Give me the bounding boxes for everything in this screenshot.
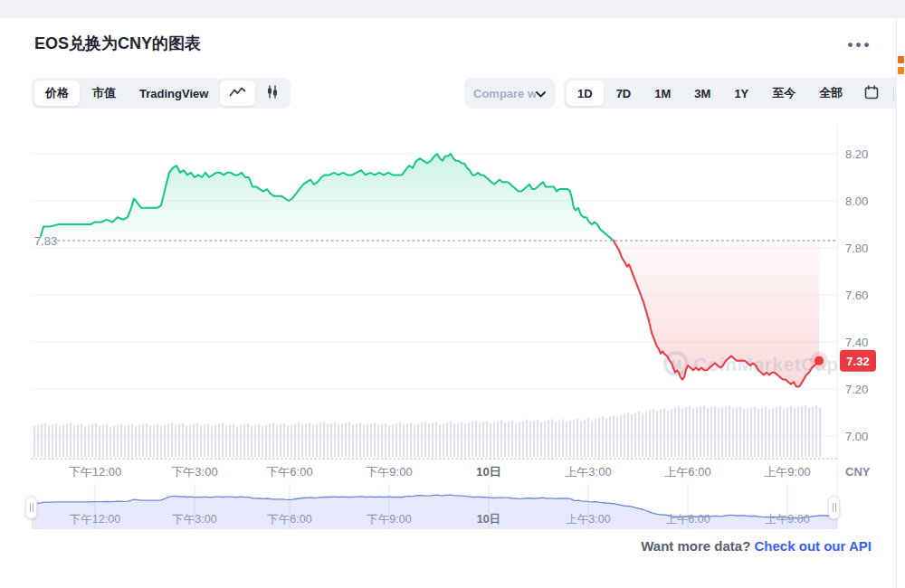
svg-text:7.20: 7.20 — [845, 383, 868, 396]
svg-text:下午12:00: 下午12:00 — [69, 465, 122, 479]
svg-text:上午9:00: 上午9:00 — [765, 513, 809, 526]
svg-text:8.20: 8.20 — [845, 147, 868, 161]
svg-text:上午6:00: 上午6:00 — [665, 513, 710, 526]
svg-text:上午6:00: 上午6:00 — [664, 465, 710, 479]
cutoff-wallet-icon — [898, 56, 904, 63]
svg-text:10日: 10日 — [476, 465, 500, 479]
svg-text:下午6:00: 下午6:00 — [266, 465, 312, 479]
api-link[interactable]: Check out our API — [755, 538, 872, 554]
cutoff-wallet-icon — [898, 67, 904, 74]
svg-text:下午9:00: 下午9:00 — [366, 465, 412, 479]
last-price-badge: 7.32 — [810, 350, 876, 372]
navigator-left-handle[interactable] — [25, 496, 37, 519]
svg-text:7.60: 7.60 — [845, 289, 868, 302]
area-fills — [41, 154, 819, 386]
svg-text:8.00: 8.00 — [845, 194, 868, 208]
price-chart[interactable]: MCoinMarketCap 7.83 8.208.007.807.607.40… — [0, 0, 905, 588]
svg-text:7.80: 7.80 — [845, 242, 868, 255]
chart-page: EOS兑换为CNY的图表 ••• 价格 市值 TradingView C — [0, 0, 905, 588]
svg-text:下午9:00: 下午9:00 — [367, 513, 411, 526]
svg-text:10日: 10日 — [477, 513, 500, 526]
svg-text:下午3:00: 下午3:00 — [172, 513, 216, 526]
api-promo-text: Want more data? — [641, 538, 750, 554]
adjacent-panel-sliver — [896, 18, 905, 588]
navigator-right-handle[interactable] — [828, 496, 840, 519]
svg-text:下午6:00: 下午6:00 — [267, 513, 311, 526]
svg-text:上午9:00: 上午9:00 — [764, 465, 810, 479]
svg-text:CNY: CNY — [845, 465, 871, 479]
svg-text:7.40: 7.40 — [845, 336, 868, 349]
svg-text:上午3:00: 上午3:00 — [566, 513, 610, 526]
svg-text:7.32: 7.32 — [846, 355, 869, 368]
svg-text:7.83: 7.83 — [34, 234, 57, 248]
handle-grip-icon — [833, 503, 836, 512]
svg-text:下午12:00: 下午12:00 — [70, 513, 120, 526]
handle-grip-icon — [30, 503, 33, 512]
svg-text:下午3:00: 下午3:00 — [171, 465, 217, 479]
navigator[interactable]: 下午12:00下午3:00下午6:00下午9:0010日上午3:00上午6:00… — [32, 484, 837, 529]
svg-text:7.00: 7.00 — [845, 430, 868, 443]
api-promo: Want more data? Check out our API — [641, 538, 872, 554]
volume-bars — [33, 405, 821, 457]
svg-text:上午3:00: 上午3:00 — [565, 465, 611, 479]
